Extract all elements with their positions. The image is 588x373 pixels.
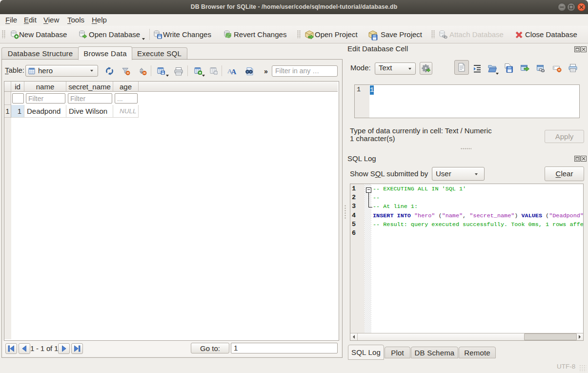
svg-text:A: A bbox=[231, 68, 237, 76]
